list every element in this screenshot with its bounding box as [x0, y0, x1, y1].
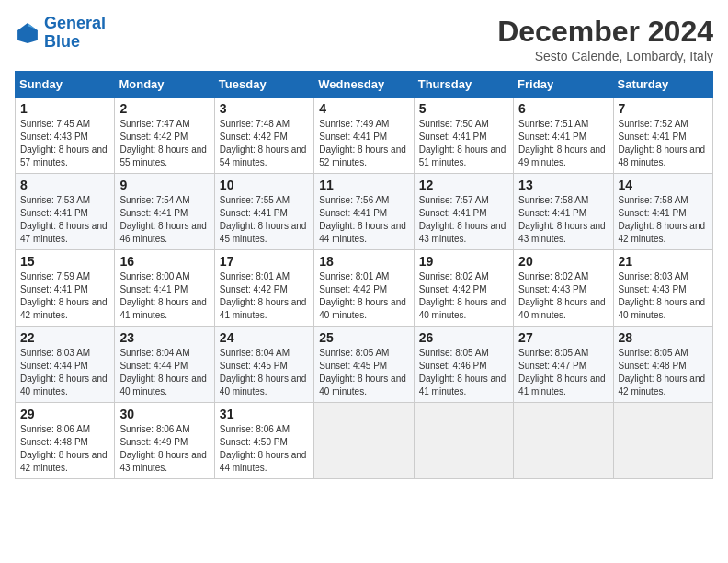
- day-info: Sunrise: 7:47 AM Sunset: 4:42 PM Dayligh…: [119, 118, 209, 169]
- day-number: 4: [319, 101, 408, 116]
- day-info: Sunrise: 7:58 AM Sunset: 4:41 PM Dayligh…: [518, 194, 608, 246]
- day-info: Sunrise: 8:04 AM Sunset: 4:44 PM Dayligh…: [119, 347, 209, 398]
- calendar-cell: 17 Sunrise: 8:01 AM Sunset: 4:42 PM Dayl…: [214, 250, 313, 327]
- calendar-cell: 22 Sunrise: 8:03 AM Sunset: 4:44 PM Dayl…: [16, 327, 115, 403]
- day-info: Sunrise: 7:58 AM Sunset: 4:41 PM Dayligh…: [619, 194, 708, 246]
- calendar-cell: 28 Sunrise: 8:05 AM Sunset: 4:48 PM Dayl…: [613, 327, 712, 403]
- col-header-sunday: Sunday: [16, 72, 115, 98]
- day-number: 11: [319, 178, 408, 192]
- calendar-cell: 31 Sunrise: 8:06 AM Sunset: 4:50 PM Dayl…: [214, 403, 313, 479]
- col-header-thursday: Thursday: [414, 72, 513, 98]
- day-number: 16: [119, 254, 209, 269]
- calendar-cell: 15 Sunrise: 7:59 AM Sunset: 4:41 PM Dayl…: [16, 250, 115, 327]
- day-number: 1: [20, 101, 109, 116]
- day-number: 17: [220, 254, 309, 269]
- calendar-cell: 6 Sunrise: 7:51 AM Sunset: 4:41 PM Dayli…: [514, 98, 613, 174]
- calendar-cell: 27 Sunrise: 8:05 AM Sunset: 4:47 PM Dayl…: [514, 327, 613, 403]
- calendar-cell: [314, 403, 414, 479]
- calendar-cell: [514, 403, 613, 479]
- day-number: 19: [419, 254, 508, 269]
- calendar-week-4: 22 Sunrise: 8:03 AM Sunset: 4:44 PM Dayl…: [16, 327, 713, 403]
- day-number: 23: [119, 330, 209, 345]
- calendar-cell: 20 Sunrise: 8:02 AM Sunset: 4:43 PM Dayl…: [514, 250, 613, 327]
- day-number: 6: [518, 101, 608, 116]
- day-info: Sunrise: 8:02 AM Sunset: 4:42 PM Dayligh…: [419, 270, 508, 322]
- day-number: 7: [619, 101, 708, 116]
- day-number: 21: [619, 254, 708, 269]
- day-number: 27: [518, 330, 608, 345]
- day-info: Sunrise: 7:55 AM Sunset: 4:41 PM Dayligh…: [220, 194, 309, 246]
- calendar-cell: 12 Sunrise: 7:57 AM Sunset: 4:41 PM Dayl…: [414, 174, 513, 250]
- calendar-week-5: 29 Sunrise: 8:06 AM Sunset: 4:48 PM Dayl…: [16, 403, 713, 479]
- day-number: 9: [119, 178, 209, 192]
- day-info: Sunrise: 7:57 AM Sunset: 4:41 PM Dayligh…: [419, 194, 508, 246]
- main-title: December 2024: [497, 15, 713, 49]
- day-number: 20: [518, 254, 608, 269]
- day-info: Sunrise: 7:59 AM Sunset: 4:41 PM Dayligh…: [20, 270, 109, 322]
- col-header-monday: Monday: [115, 72, 214, 98]
- day-number: 5: [419, 101, 508, 116]
- calendar-cell: [613, 403, 712, 479]
- day-info: Sunrise: 8:02 AM Sunset: 4:43 PM Dayligh…: [518, 270, 608, 322]
- calendar-cell: 2 Sunrise: 7:47 AM Sunset: 4:42 PM Dayli…: [115, 98, 214, 174]
- day-info: Sunrise: 7:45 AM Sunset: 4:43 PM Dayligh…: [20, 118, 109, 169]
- calendar-cell: 23 Sunrise: 8:04 AM Sunset: 4:44 PM Dayl…: [115, 327, 214, 403]
- day-info: Sunrise: 8:06 AM Sunset: 4:50 PM Dayligh…: [220, 423, 309, 475]
- day-info: Sunrise: 7:56 AM Sunset: 4:41 PM Dayligh…: [319, 194, 408, 246]
- calendar-cell: 8 Sunrise: 7:53 AM Sunset: 4:41 PM Dayli…: [16, 174, 115, 250]
- calendar-cell: 26 Sunrise: 8:05 AM Sunset: 4:46 PM Dayl…: [414, 327, 513, 403]
- calendar-cell: 1 Sunrise: 7:45 AM Sunset: 4:43 PM Dayli…: [16, 98, 115, 174]
- calendar-cell: 29 Sunrise: 8:06 AM Sunset: 4:48 PM Dayl…: [16, 403, 115, 479]
- calendar-header-row: SundayMondayTuesdayWednesdayThursdayFrid…: [16, 72, 713, 98]
- day-info: Sunrise: 8:06 AM Sunset: 4:49 PM Dayligh…: [119, 423, 209, 475]
- day-number: 26: [419, 330, 508, 345]
- calendar-cell: 5 Sunrise: 7:50 AM Sunset: 4:41 PM Dayli…: [414, 98, 513, 174]
- day-number: 25: [319, 330, 408, 345]
- day-number: 10: [220, 178, 309, 192]
- calendar-cell: 16 Sunrise: 8:00 AM Sunset: 4:41 PM Dayl…: [115, 250, 214, 327]
- calendar-cell: 13 Sunrise: 7:58 AM Sunset: 4:41 PM Dayl…: [514, 174, 613, 250]
- calendar-cell: 7 Sunrise: 7:52 AM Sunset: 4:41 PM Dayli…: [613, 98, 712, 174]
- col-header-wednesday: Wednesday: [314, 72, 414, 98]
- day-number: 15: [20, 254, 109, 269]
- day-number: 18: [319, 254, 408, 269]
- title-block: December 2024 Sesto Calende, Lombardy, I…: [497, 15, 713, 63]
- logo-icon: [15, 20, 40, 46]
- day-number: 13: [518, 178, 608, 192]
- calendar-cell: 25 Sunrise: 8:05 AM Sunset: 4:45 PM Dayl…: [314, 327, 414, 403]
- day-info: Sunrise: 7:53 AM Sunset: 4:41 PM Dayligh…: [20, 194, 109, 246]
- day-info: Sunrise: 8:05 AM Sunset: 4:48 PM Dayligh…: [619, 347, 708, 398]
- day-info: Sunrise: 8:03 AM Sunset: 4:44 PM Dayligh…: [20, 347, 109, 398]
- day-number: 12: [419, 178, 508, 192]
- day-number: 8: [20, 178, 109, 192]
- day-info: Sunrise: 8:01 AM Sunset: 4:42 PM Dayligh…: [319, 270, 408, 322]
- day-number: 30: [119, 407, 209, 421]
- day-info: Sunrise: 8:04 AM Sunset: 4:45 PM Dayligh…: [220, 347, 309, 398]
- day-number: 29: [20, 407, 109, 421]
- calendar-week-1: 1 Sunrise: 7:45 AM Sunset: 4:43 PM Dayli…: [16, 98, 713, 174]
- day-number: 24: [220, 330, 309, 345]
- day-info: Sunrise: 7:50 AM Sunset: 4:41 PM Dayligh…: [419, 118, 508, 169]
- calendar-cell: 30 Sunrise: 8:06 AM Sunset: 4:49 PM Dayl…: [115, 403, 214, 479]
- logo-text: General Blue: [44, 15, 106, 52]
- calendar-cell: 10 Sunrise: 7:55 AM Sunset: 4:41 PM Dayl…: [214, 174, 313, 250]
- svg-marker-0: [17, 23, 38, 43]
- day-info: Sunrise: 7:49 AM Sunset: 4:41 PM Dayligh…: [319, 118, 408, 169]
- day-number: 14: [619, 178, 708, 192]
- calendar-cell: 21 Sunrise: 8:03 AM Sunset: 4:43 PM Dayl…: [613, 250, 712, 327]
- col-header-friday: Friday: [514, 72, 613, 98]
- logo: General Blue: [15, 15, 106, 52]
- day-info: Sunrise: 8:05 AM Sunset: 4:47 PM Dayligh…: [518, 347, 608, 398]
- calendar-week-2: 8 Sunrise: 7:53 AM Sunset: 4:41 PM Dayli…: [16, 174, 713, 250]
- day-number: 3: [220, 101, 309, 116]
- day-info: Sunrise: 7:48 AM Sunset: 4:42 PM Dayligh…: [220, 118, 309, 169]
- day-info: Sunrise: 8:03 AM Sunset: 4:43 PM Dayligh…: [619, 270, 708, 322]
- day-info: Sunrise: 8:01 AM Sunset: 4:42 PM Dayligh…: [220, 270, 309, 322]
- calendar-cell: 3 Sunrise: 7:48 AM Sunset: 4:42 PM Dayli…: [214, 98, 313, 174]
- page-header: General Blue December 2024 Sesto Calende…: [15, 15, 713, 63]
- calendar-table: SundayMondayTuesdayWednesdayThursdayFrid…: [15, 71, 713, 479]
- day-info: Sunrise: 8:00 AM Sunset: 4:41 PM Dayligh…: [119, 270, 209, 322]
- calendar-cell: 18 Sunrise: 8:01 AM Sunset: 4:42 PM Dayl…: [314, 250, 414, 327]
- subtitle: Sesto Calende, Lombardy, Italy: [497, 49, 713, 63]
- calendar-cell: 24 Sunrise: 8:04 AM Sunset: 4:45 PM Dayl…: [214, 327, 313, 403]
